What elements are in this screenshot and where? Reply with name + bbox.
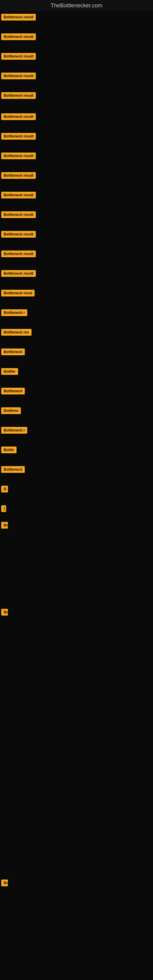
bottleneck-badge[interactable]: Bottleneck result <box>1 33 36 40</box>
bottleneck-list: Bottleneck resultBottleneck resultBottle… <box>0 11 153 890</box>
bottleneck-badge[interactable]: Bottleneck result <box>1 73 36 79</box>
list-item: Bo <box>0 519 153 606</box>
bottleneck-badge[interactable]: | <box>1 505 6 512</box>
list-item: | <box>0 503 153 519</box>
bottleneck-badge[interactable]: B <box>1 486 8 492</box>
bottleneck-badge[interactable]: Bottleneck r <box>1 427 27 434</box>
bottleneck-badge[interactable]: Bottleneck result <box>1 250 36 257</box>
bottleneck-badge[interactable]: Bottleneck <box>1 466 25 473</box>
bottleneck-badge[interactable]: Bottleneck result <box>1 113 36 120</box>
list-item: Bottleneck res <box>0 326 153 346</box>
list-item: Bottleneck <box>0 464 153 483</box>
bottleneck-badge[interactable]: Bottleneck resul <box>1 290 35 296</box>
list-item: Bottleneck result <box>0 170 153 189</box>
bottleneck-badge[interactable]: Bottleneck result <box>1 133 36 140</box>
list-item: Bottle <box>0 444 153 464</box>
bottleneck-badge[interactable]: Bottleneck result <box>1 211 36 218</box>
bottleneck-badge[interactable]: Bottleneck result <box>1 53 36 60</box>
bottleneck-badge[interactable]: Bottleneck res <box>1 329 32 336</box>
list-item: Bottleneck result <box>0 90 153 111</box>
bottleneck-badge[interactable]: Bottleneck result <box>1 14 36 21</box>
list-item: Bottler <box>0 366 153 385</box>
list-item: Bottlene <box>0 405 153 425</box>
list-item: Bottleneck result <box>0 189 153 209</box>
list-item: Bottleneck result <box>0 11 153 31</box>
bottleneck-badge[interactable]: Bottler <box>1 368 18 375</box>
bottleneck-badge[interactable]: Bottleneck result <box>1 192 36 199</box>
list-item: Bottleneck result <box>0 70 153 90</box>
bottleneck-badge[interactable]: Bottleneck result <box>1 172 36 179</box>
list-item: Bottleneck <box>0 346 153 366</box>
list-item: Bottleneck result <box>0 248 153 268</box>
list-item: Bottleneck result <box>0 229 153 248</box>
bottleneck-badge[interactable]: Bottleneck <box>1 348 25 355</box>
bottleneck-badge[interactable]: Bottleneck result <box>1 231 36 238</box>
bottleneck-badge[interactable]: Bo <box>1 522 8 528</box>
bottleneck-badge[interactable]: Bottleneck result <box>1 92 36 99</box>
list-item: Bottleneck result <box>0 150 153 170</box>
site-title: TheBottlenecker.com <box>0 0 153 11</box>
list-item: Bo <box>0 606 153 694</box>
list-item: Bottleneck r <box>0 307 153 326</box>
list-item: Bottleneck result <box>0 268 153 287</box>
list-item-final: Bo <box>0 877 153 890</box>
list-item: Bottleneck result <box>0 51 153 70</box>
list-item: Bottleneck resul <box>0 287 153 307</box>
bottleneck-badge[interactable]: Bottlene <box>1 407 21 414</box>
bottleneck-badge[interactable]: Bottleneck <box>1 388 25 395</box>
list-item: Bottleneck result <box>0 111 153 130</box>
list-item: Bottleneck result <box>0 31 153 51</box>
list-item: Bottleneck result <box>0 209 153 229</box>
list-item: Bottleneck result <box>0 130 153 150</box>
list-item: B <box>0 483 153 503</box>
bottleneck-badge[interactable]: Bottleneck result <box>1 153 36 159</box>
bottleneck-badge[interactable]: Bottle <box>1 447 16 453</box>
bottleneck-badge-final[interactable]: Bo <box>1 880 8 886</box>
bottleneck-badge[interactable]: Bottleneck r <box>1 309 27 316</box>
bottleneck-badge[interactable]: Bottleneck result <box>1 270 36 277</box>
list-item: Bottleneck <box>0 385 153 405</box>
bottleneck-badge[interactable]: Bo <box>1 609 8 616</box>
list-item: Bottleneck r <box>0 425 153 444</box>
